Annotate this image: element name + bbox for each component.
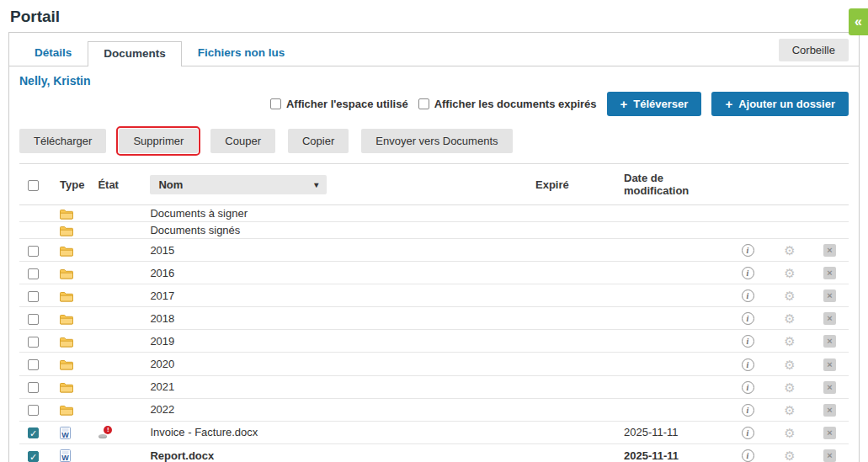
name-sort-dropdown[interactable]: Nom ▾ — [150, 175, 327, 194]
close-icon[interactable]: × — [823, 312, 836, 325]
row-checkbox[interactable] — [28, 337, 39, 348]
info-icon[interactable]: i — [742, 427, 754, 439]
info-icon[interactable]: i — [742, 381, 754, 394]
info-icon[interactable]: i — [742, 404, 754, 417]
gear-icon[interactable]: ⚙ — [784, 289, 795, 302]
row-checkbox[interactable]: ✓ — [28, 427, 39, 438]
row-name[interactable]: Report.docx — [150, 449, 214, 462]
close-icon[interactable]: × — [823, 449, 836, 462]
row-checkbox[interactable] — [28, 359, 39, 370]
gear-icon[interactable]: ⚙ — [784, 427, 795, 439]
gear-icon[interactable]: ⚙ — [784, 244, 795, 257]
close-icon[interactable]: × — [823, 289, 836, 302]
folder-icon — [60, 314, 73, 325]
info-icon[interactable]: i — [742, 449, 754, 462]
row-expired — [529, 307, 617, 330]
tab-bar: Détails Documents Fichiers non lus Corbe… — [9, 33, 859, 66]
gear-icon[interactable]: ⚙ — [784, 335, 795, 348]
collapse-sidebar-button[interactable]: « — [849, 8, 868, 35]
info-icon[interactable]: i — [742, 244, 754, 257]
gear-icon[interactable]: ⚙ — [784, 449, 795, 462]
table-row: ✓ W Report.docx 2025-11-11 i ⚙ × — [19, 444, 849, 462]
word-document-icon: W — [60, 427, 71, 439]
row-name[interactable]: Invoice - Facture.docx — [150, 426, 258, 438]
row-name[interactable]: 2016 — [150, 267, 174, 279]
download-button[interactable]: Télécharger — [19, 129, 106, 153]
documents-table: Type État Nom ▾ Expiré Date de modificat… — [19, 163, 849, 462]
select-all-checkbox[interactable] — [28, 180, 39, 191]
close-icon[interactable]: × — [823, 404, 836, 417]
row-checkbox[interactable] — [28, 382, 39, 393]
page-header: Portail « — [0, 0, 868, 32]
table-row: 2019 i ⚙ × — [19, 330, 849, 353]
copy-button[interactable]: Copier — [288, 129, 349, 153]
tab-details[interactable]: Détails — [19, 40, 88, 66]
close-icon[interactable]: × — [823, 381, 836, 394]
upload-button[interactable]: + Téléverser — [607, 92, 702, 116]
show-expired-option[interactable]: Afficher les documents expirés — [418, 98, 597, 110]
table-row: Documents à signer — [19, 205, 849, 222]
row-checkbox[interactable] — [28, 246, 39, 257]
info-icon[interactable]: i — [742, 335, 754, 348]
row-name[interactable]: 2020 — [150, 358, 174, 370]
column-header-type: Type — [53, 164, 91, 205]
column-header-state: État — [91, 164, 143, 205]
info-icon[interactable]: i — [742, 358, 754, 371]
delete-button[interactable]: Supprimer — [119, 129, 198, 153]
folder-icon — [60, 291, 73, 302]
gear-icon[interactable]: ⚙ — [784, 404, 795, 417]
table-row: 2017 i ⚙ × — [19, 284, 849, 307]
row-modified-date — [617, 205, 727, 222]
row-modified-date — [617, 353, 727, 375]
show-space-checkbox[interactable] — [270, 98, 281, 109]
row-name[interactable]: 2021 — [150, 380, 174, 393]
show-expired-checkbox[interactable] — [418, 98, 429, 109]
close-icon[interactable]: × — [823, 267, 836, 279]
show-space-option[interactable]: Afficher l'espace utilisé — [270, 98, 408, 110]
column-header-modified: Date de modification — [617, 164, 727, 205]
svg-text:W: W — [61, 454, 69, 462]
close-icon[interactable]: × — [823, 427, 836, 439]
table-row: 2022 i ⚙ × — [19, 398, 849, 421]
row-checkbox[interactable] — [28, 268, 39, 279]
close-icon[interactable]: × — [823, 358, 836, 371]
info-icon[interactable]: i — [742, 289, 754, 302]
client-name[interactable]: Nelly, Kristin — [9, 66, 859, 88]
row-modified-date — [617, 375, 727, 398]
folder-icon — [60, 209, 73, 220]
row-name[interactable]: 2015 — [150, 244, 174, 257]
folder-icon — [60, 337, 73, 348]
close-icon[interactable]: × — [823, 244, 836, 257]
tab-fichiers-non-lus[interactable]: Fichiers non lus — [182, 40, 301, 66]
row-checkbox[interactable] — [28, 405, 39, 416]
row-checkbox[interactable] — [28, 314, 39, 325]
row-name[interactable]: 2018 — [150, 312, 174, 325]
gear-icon[interactable]: ⚙ — [784, 381, 795, 394]
gear-icon[interactable]: ⚙ — [784, 267, 795, 279]
row-name[interactable]: Documents à signer — [150, 207, 248, 220]
cut-button[interactable]: Couper — [210, 129, 275, 153]
folder-icon — [60, 246, 73, 257]
row-modified-date: 2025-11-11 — [617, 421, 727, 444]
info-icon[interactable]: i — [742, 267, 754, 279]
row-name[interactable]: 2022 — [150, 403, 174, 416]
documents-table-body: Documents à signer Documents signés — [19, 205, 849, 462]
folder-icon — [60, 382, 73, 393]
tab-documents[interactable]: Documents — [88, 41, 182, 66]
add-folder-button[interactable]: + Ajouter un dossier — [711, 92, 849, 116]
row-name[interactable]: 2019 — [150, 335, 174, 348]
row-modified-date — [617, 330, 727, 353]
row-checkbox[interactable]: ✓ — [28, 451, 39, 462]
gear-icon[interactable]: ⚙ — [784, 358, 795, 371]
info-icon[interactable]: i — [742, 312, 754, 325]
gear-icon[interactable]: ⚙ — [784, 312, 795, 325]
close-icon[interactable]: × — [823, 335, 836, 348]
row-checkbox[interactable] — [28, 291, 39, 302]
word-document-icon: W — [60, 449, 71, 462]
row-name[interactable]: Documents signés — [150, 224, 240, 236]
row-name[interactable]: 2017 — [150, 289, 174, 302]
table-row: 2020 i ⚙ × — [19, 353, 849, 375]
send-to-documents-button[interactable]: Envoyer vers Documents — [361, 129, 512, 153]
trash-button[interactable]: Corbeille — [779, 39, 849, 61]
table-header-row: Type État Nom ▾ Expiré Date de modificat… — [19, 164, 849, 205]
